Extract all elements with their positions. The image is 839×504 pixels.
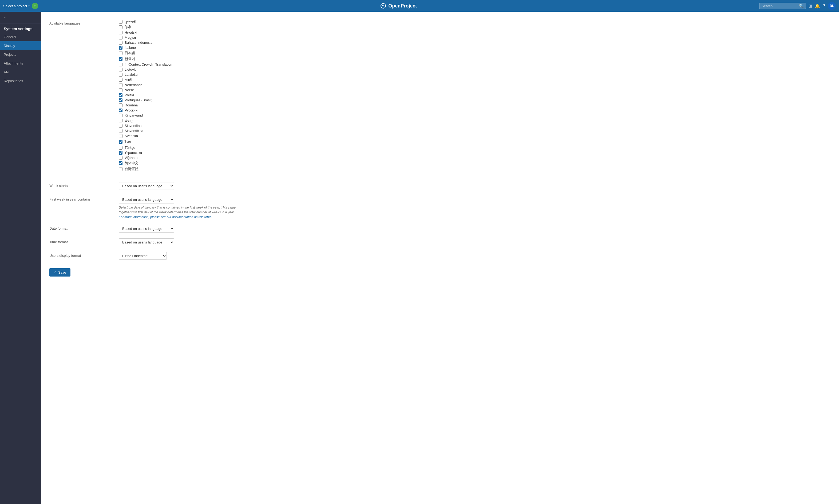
lang-label-no[interactable]: Norsk xyxy=(125,88,134,92)
lang-checkbox-th[interactable] xyxy=(119,140,122,144)
lang-label-zh_cn[interactable]: 简体中文 xyxy=(125,161,139,166)
lang-label-pl[interactable]: Polski xyxy=(125,93,134,97)
lang-checkbox-sl[interactable] xyxy=(119,129,122,133)
lang-label-nl[interactable]: Nederlands xyxy=(125,83,142,87)
lang-checkbox-hi[interactable] xyxy=(119,25,122,29)
lang-checkbox-gu[interactable] xyxy=(119,20,122,24)
grid-icon[interactable]: ⊞ xyxy=(808,3,812,8)
lang-checkbox-si[interactable] xyxy=(119,119,122,122)
lang-label-ru[interactable]: Русский xyxy=(125,108,137,112)
lang-checkbox-zh_tw[interactable] xyxy=(119,167,122,171)
lang-label-lv[interactable]: Latviešu xyxy=(125,73,137,76)
users-display-label: Users display format xyxy=(49,252,119,257)
lang-item-hr: Hrvatski xyxy=(119,31,831,34)
lang-checkbox-hu[interactable] xyxy=(119,36,122,39)
search-icon: 🔍 xyxy=(799,4,804,8)
lang-item-no: Norsk xyxy=(119,88,831,92)
lang-checkbox-vi[interactable] xyxy=(119,156,122,160)
sidebar-item-projects[interactable]: Projects xyxy=(0,50,41,59)
sidebar-item-attachments[interactable]: Attachments xyxy=(0,59,41,68)
lang-label-hu[interactable]: Magyar xyxy=(125,35,136,39)
lang-checkbox-tr[interactable] xyxy=(119,146,122,149)
lang-label-it[interactable]: Italiano xyxy=(125,46,136,50)
lang-checkbox-nl[interactable] xyxy=(119,83,122,87)
lang-label-ne[interactable]: नेपाली xyxy=(125,77,132,82)
lang-label-zh_tw[interactable]: 台灣正體 xyxy=(125,167,139,172)
lang-checkbox-sk[interactable] xyxy=(119,124,122,128)
sidebar-item-general[interactable]: General xyxy=(0,33,41,41)
lang-checkbox-lv[interactable] xyxy=(119,73,122,76)
lang-checkbox-ja[interactable] xyxy=(119,51,122,55)
first-week-select[interactable]: Based on user's languageJanuary 1stFirst… xyxy=(119,196,174,203)
lang-label-tr[interactable]: Türkçe xyxy=(125,146,135,149)
topbar-left: Select a project ▾ + xyxy=(3,3,38,9)
lang-label-si[interactable]: සිංහල xyxy=(125,119,133,123)
sidebar-item-display[interactable]: Display xyxy=(0,41,41,50)
time-format-content: Based on user's language12 hour24 hour xyxy=(119,238,831,247)
app-name: OpenProject xyxy=(388,3,417,9)
lang-checkbox-rw[interactable] xyxy=(119,113,122,117)
first-week-hint: Select the date of January that is conta… xyxy=(119,205,247,219)
lang-item-zh_tw: 台灣正體 xyxy=(119,167,831,172)
lang-label-ko[interactable]: 한국어 xyxy=(125,56,135,61)
date-format-select[interactable]: Based on user's languageYYYY-MM-DDDD/MM/… xyxy=(119,225,174,233)
lang-checkbox-id[interactable] xyxy=(119,41,122,44)
lang-item-ja: 日本語 xyxy=(119,51,831,55)
help-icon[interactable]: ? xyxy=(823,3,825,8)
save-button[interactable]: ✓ Save xyxy=(49,268,70,276)
lang-label-hr[interactable]: Hrvatski xyxy=(125,31,137,34)
available-languages-row: Available languages ગુજરાતીहिन्दीHrvatsk… xyxy=(49,17,831,174)
lang-label-gu[interactable]: ગુજરાતી xyxy=(125,20,136,24)
sidebar-item-api[interactable]: API xyxy=(0,68,41,76)
lang-label-pt_br[interactable]: Português (Brasil) xyxy=(125,98,152,102)
project-selector-label: Select a project xyxy=(3,4,27,8)
users-display-select[interactable]: Birthe LindenthalFirstname LastnameLastn… xyxy=(119,252,167,260)
lang-label-id[interactable]: Bahasa Indonesia xyxy=(125,40,152,44)
lang-checkbox-hr[interactable] xyxy=(119,31,122,34)
lang-checkbox-ko[interactable] xyxy=(119,57,122,61)
lang-checkbox-zh_cn[interactable] xyxy=(119,161,122,165)
lang-checkbox-ne[interactable] xyxy=(119,78,122,82)
lang-item-tr: Türkçe xyxy=(119,146,831,149)
lang-item-vi: Việtnam xyxy=(119,156,831,160)
avatar[interactable]: BL xyxy=(828,2,836,10)
sidebar-item-repositories[interactable]: Repositories xyxy=(0,76,41,85)
users-display-content: Birthe LindenthalFirstname LastnameLastn… xyxy=(119,252,831,260)
lang-label-ro[interactable]: Română xyxy=(125,103,138,107)
lang-label-crowdin[interactable]: In-Context Crowdin Translation xyxy=(125,62,172,67)
bell-icon[interactable]: 🔔 xyxy=(815,3,820,8)
lang-label-ja[interactable]: 日本語 xyxy=(125,51,135,55)
lang-label-hi[interactable]: हिन्दी xyxy=(125,25,131,29)
search-box[interactable]: 🔍 xyxy=(759,3,806,9)
lang-checkbox-pt_br[interactable] xyxy=(119,98,122,102)
lang-label-lt[interactable]: Lietuvių xyxy=(125,68,137,71)
back-arrow-icon: ← xyxy=(3,16,7,19)
lang-checkbox-ru[interactable] xyxy=(119,109,122,112)
lang-label-th[interactable]: ไทย xyxy=(125,139,131,145)
project-selector[interactable]: Select a project ▾ xyxy=(3,4,30,8)
add-project-button[interactable]: + xyxy=(32,3,38,9)
lang-checkbox-lt[interactable] xyxy=(119,68,122,71)
first-week-hint-link[interactable]: For more information, please see our doc… xyxy=(119,215,212,219)
lang-checkbox-it[interactable] xyxy=(119,46,122,50)
lang-item-ne: नेपाली xyxy=(119,77,831,82)
lang-checkbox-sv[interactable] xyxy=(119,134,122,138)
users-display-row: Users display format Birthe LindenthalFi… xyxy=(49,249,831,263)
lang-label-sl[interactable]: Slovenščina xyxy=(125,129,143,133)
lang-label-rw[interactable]: Kinyarwandi xyxy=(125,113,143,117)
lang-label-sk[interactable]: Slovenčina xyxy=(125,124,142,128)
lang-checkbox-no[interactable] xyxy=(119,88,122,92)
sidebar-back[interactable]: ← xyxy=(0,12,41,23)
time-format-select[interactable]: Based on user's language12 hour24 hour xyxy=(119,238,174,246)
lang-label-sv[interactable]: Svenska xyxy=(125,134,138,138)
week-starts-select[interactable]: Based on user's languageMondaySunday xyxy=(119,182,174,190)
lang-label-vi[interactable]: Việtnam xyxy=(125,156,137,160)
week-starts-label: Week starts on xyxy=(49,182,119,188)
lang-label-uk[interactable]: Українська xyxy=(125,151,142,155)
search-input[interactable] xyxy=(762,4,799,8)
lang-checkbox-uk[interactable] xyxy=(119,151,122,155)
lang-item-pt_br: Português (Brasil) xyxy=(119,98,831,102)
lang-checkbox-ro[interactable] xyxy=(119,104,122,107)
lang-checkbox-pl[interactable] xyxy=(119,93,122,97)
lang-checkbox-crowdin[interactable] xyxy=(119,63,122,67)
